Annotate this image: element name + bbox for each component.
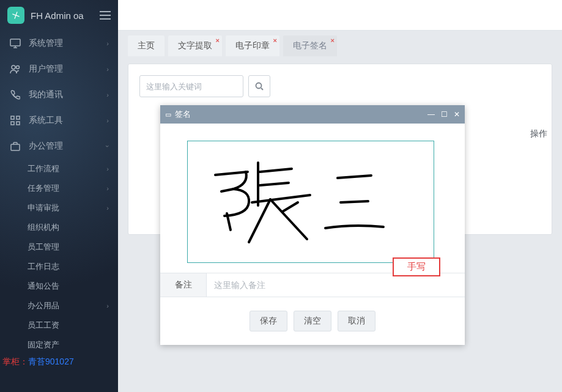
- ops-column-header: 操作: [530, 128, 547, 139]
- menu-toggle-icon[interactable]: [100, 11, 111, 20]
- nav-system-manage[interactable]: 系统管理 ›: [0, 31, 118, 56]
- nav-communication[interactable]: 我的通讯 ›: [0, 82, 118, 108]
- app-logo: [7, 7, 24, 24]
- sub-approval[interactable]: 申请审批›: [18, 198, 118, 218]
- svg-point-8: [256, 83, 262, 89]
- users-icon: [9, 64, 21, 74]
- tab-seal[interactable]: 电子印章×: [226, 35, 279, 56]
- search-row: [139, 75, 541, 97]
- canvas-area: 手写: [160, 124, 465, 273]
- clear-button[interactable]: 清空: [294, 311, 331, 331]
- sub-salary[interactable]: 员工工资: [18, 316, 118, 335]
- search-button[interactable]: [248, 75, 270, 97]
- nav-label: 我的通讯: [29, 89, 106, 100]
- chevron-right-icon: ›: [106, 40, 109, 47]
- nav-user-manage[interactable]: 用户管理 ›: [0, 56, 118, 82]
- chevron-right-icon: ›: [106, 165, 109, 172]
- svg-rect-7: [11, 144, 20, 150]
- nav-office-manage[interactable]: 办公管理 ›: [0, 133, 118, 159]
- tab-home[interactable]: 主页: [128, 35, 165, 56]
- dialog-title: 签名: [175, 109, 427, 120]
- svg-rect-6: [17, 122, 20, 125]
- topbar: [118, 0, 562, 31]
- signature-canvas[interactable]: [187, 141, 434, 263]
- chevron-right-icon: ›: [106, 65, 109, 73]
- svg-rect-4: [17, 116, 20, 119]
- window-icon: ▭: [165, 111, 171, 119]
- nav-label: 系统工具: [29, 115, 106, 126]
- grid-icon: [9, 116, 21, 125]
- minimize-button[interactable]: —: [427, 110, 435, 119]
- sidebar: FH Admin oa 系统管理 › 用户管理 › 我的通讯 › 系统工具 › …: [0, 0, 118, 392]
- sub-supplies[interactable]: 办公用品›: [18, 296, 118, 316]
- close-icon[interactable]: ×: [216, 37, 220, 44]
- close-button[interactable]: ✕: [454, 110, 460, 119]
- app-title: FH Admin oa: [31, 10, 100, 21]
- chevron-down-icon: ›: [104, 145, 111, 147]
- dialog-buttons: 保存 清空 取消: [160, 297, 465, 345]
- nav-label: 办公管理: [29, 141, 106, 152]
- remark-label: 备注: [160, 273, 207, 297]
- chevron-right-icon: ›: [106, 185, 109, 192]
- tabs-row: 主页 文字提取× 电子印章× 电子签名×: [118, 31, 562, 56]
- close-icon[interactable]: ×: [273, 37, 277, 44]
- svg-rect-0: [10, 39, 20, 46]
- sidebar-header: FH Admin oa: [0, 0, 118, 31]
- monitor-icon: [9, 39, 21, 48]
- chevron-right-icon: ›: [106, 91, 109, 98]
- handwrite-label: 手写: [393, 257, 440, 276]
- tab-text-extract[interactable]: 文字提取×: [168, 35, 222, 56]
- chevron-right-icon: ›: [106, 302, 109, 309]
- signature-dialog: ▭ 签名 — ☐ ✕: [160, 105, 465, 345]
- sub-assets[interactable]: 固定资产: [18, 335, 118, 355]
- sub-task[interactable]: 任务管理›: [18, 179, 118, 198]
- dialog-header[interactable]: ▭ 签名 — ☐ ✕: [160, 105, 465, 124]
- handwriting-svg: [188, 141, 435, 264]
- sub-worklog[interactable]: 工作日志: [18, 257, 118, 276]
- svg-point-2: [17, 66, 20, 69]
- svg-rect-3: [11, 116, 14, 119]
- chevron-right-icon: ›: [106, 204, 109, 212]
- cancel-button[interactable]: 取消: [338, 311, 375, 331]
- search-icon: [255, 82, 264, 91]
- sub-org[interactable]: 组织机构: [18, 218, 118, 237]
- phone-icon: [9, 90, 21, 100]
- nav-label: 系统管理: [29, 38, 106, 49]
- maximize-button[interactable]: ☐: [441, 110, 448, 119]
- chevron-right-icon: ›: [106, 117, 109, 124]
- nav-label: 用户管理: [29, 64, 106, 75]
- search-input[interactable]: [139, 75, 243, 97]
- nav-sub-items: 工作流程› 任务管理› 申请审批› 组织机构 员工管理 工作日志 通知公告 办公…: [0, 159, 118, 355]
- tab-signature[interactable]: 电子签名×: [283, 35, 337, 56]
- sub-employee[interactable]: 员工管理: [18, 237, 118, 257]
- remark-input[interactable]: [207, 273, 465, 297]
- sub-notice[interactable]: 通知公告: [18, 276, 118, 296]
- sub-workflow[interactable]: 工作流程›: [18, 159, 118, 179]
- nav-system-tools[interactable]: 系统工具 ›: [0, 108, 118, 133]
- briefcase-icon: [9, 141, 21, 151]
- svg-rect-5: [11, 122, 14, 125]
- svg-point-1: [12, 65, 15, 69]
- remark-row: 备注: [160, 273, 465, 297]
- close-icon[interactable]: ×: [331, 37, 335, 44]
- sidebar-footer: 掌柜：青苔901027: [0, 357, 76, 368]
- save-button[interactable]: 保存: [250, 311, 287, 331]
